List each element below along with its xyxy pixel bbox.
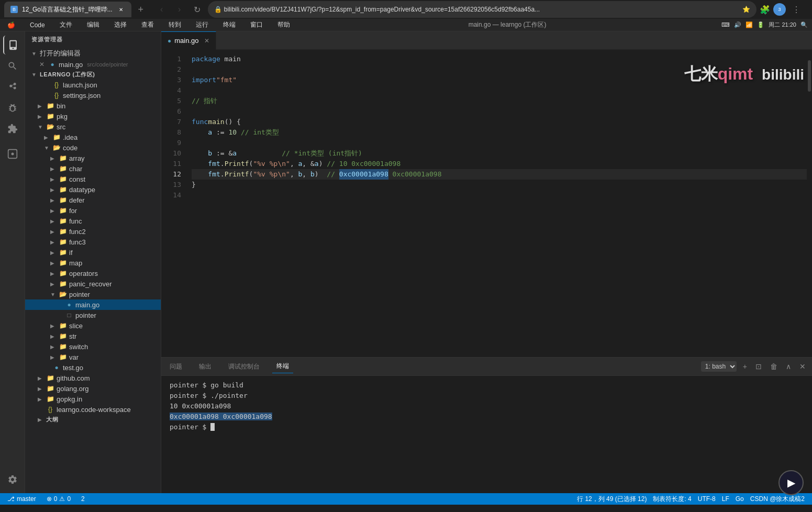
new-tab-button[interactable]: + bbox=[134, 2, 148, 17]
address-bar[interactable]: 🔒 bilibili.com/video/BV1ZJ411W7jG/?p=12&… bbox=[208, 1, 757, 18]
editor-scrollbar[interactable] bbox=[807, 50, 812, 357]
status-git[interactable]: ⎇ master bbox=[4, 495, 39, 503]
sidebar-item-const[interactable]: ▶ 📁 const bbox=[25, 174, 161, 184]
split-terminal-button[interactable]: ⊡ bbox=[753, 361, 764, 372]
sidebar-item-for[interactable]: ▶ 📁 for bbox=[25, 205, 161, 216]
sidebar-item-pointer-bin[interactable]: □ pointer bbox=[25, 310, 161, 320]
browser-tab-active[interactable]: B 12_Go语言基础之指针_哔哩哔... ✕ bbox=[4, 2, 131, 17]
status-language[interactable]: Go bbox=[732, 495, 747, 503]
activity-extensions[interactable] bbox=[3, 119, 22, 138]
sidebar-item-func[interactable]: ▶ 📁 func bbox=[25, 216, 161, 226]
status-line-ending[interactable]: LF bbox=[719, 495, 732, 503]
line-numbers: 12345 678910 11121314 bbox=[161, 50, 187, 357]
sidebar-item-bin[interactable]: ▶ 📁 bin bbox=[25, 101, 161, 111]
new-terminal-button[interactable]: + bbox=[741, 361, 749, 372]
sidebar-item-pkg[interactable]: ▶ 📁 pkg bbox=[25, 111, 161, 121]
apple-menu[interactable]: 🍎 bbox=[4, 20, 18, 30]
indent-text: 制表符长度: 4 bbox=[653, 495, 691, 504]
folder-open-icon: 📂 bbox=[52, 143, 61, 152]
sidebar-item-char[interactable]: ▶ 📁 char bbox=[25, 163, 161, 174]
close-panel-button[interactable]: ✕ bbox=[797, 361, 808, 372]
open-file-main[interactable]: ✕ ● main.go src/code/pointer bbox=[25, 59, 161, 70]
sidebar-item-main-go[interactable]: ● main.go bbox=[25, 299, 161, 310]
extensions-icon[interactable]: 🧩 bbox=[760, 5, 770, 15]
sidebar-item-pointer[interactable]: ▼ 📂 pointer bbox=[25, 289, 161, 299]
close-file-icon[interactable]: ✕ bbox=[38, 60, 46, 69]
sidebar-item-launch[interactable]: {} launch.json bbox=[25, 80, 161, 90]
scrollbar-thumb[interactable] bbox=[808, 60, 811, 92]
encoding-text: UTF-8 bbox=[698, 495, 716, 503]
tab-debug-console[interactable]: 调试控制台 bbox=[224, 360, 264, 373]
status-position[interactable]: 行 12，列 49 (已选择 12) bbox=[574, 495, 650, 504]
menu-edit[interactable]: 编辑 bbox=[84, 19, 103, 30]
menu-terminal[interactable]: 终端 bbox=[220, 19, 239, 30]
profile-button[interactable]: 3 bbox=[773, 3, 786, 16]
sidebar-item-workspace[interactable]: {} learngo.code-workspace bbox=[25, 404, 161, 415]
menu-run[interactable]: 运行 bbox=[193, 19, 212, 30]
delete-terminal-button[interactable]: 🗑 bbox=[768, 361, 780, 372]
activity-debug[interactable] bbox=[3, 98, 22, 117]
sidebar-item-panic[interactable]: ▶ 📁 panic_recover bbox=[25, 279, 161, 289]
sidebar-item-gopkg[interactable]: ▶ 📁 gopkg.in bbox=[25, 394, 161, 404]
sidebar-item-testgo[interactable]: ● test.go bbox=[25, 362, 161, 373]
sidebar-item-code[interactable]: ▼ 📂 code bbox=[25, 142, 161, 153]
editor-tab-main[interactable]: ● main.go ✕ bbox=[161, 31, 216, 50]
terminal-content[interactable]: pointer $ go build pointer $ ./pointer 1… bbox=[161, 376, 812, 493]
folder-icon: 📁 bbox=[59, 248, 67, 257]
menu-view[interactable]: 查看 bbox=[138, 19, 157, 30]
menu-selection[interactable]: 选择 bbox=[111, 19, 130, 30]
sidebar-item-slice[interactable]: ▶ 📁 slice bbox=[25, 320, 161, 331]
menu-code[interactable]: Code bbox=[27, 20, 48, 30]
workspace-label: LEARNGO (工作区) bbox=[40, 71, 95, 79]
more-options-button[interactable]: ⋮ bbox=[789, 2, 804, 17]
item-label: test.go bbox=[63, 364, 83, 372]
csdn-text: CSDN @徐木成槁2 bbox=[750, 495, 805, 504]
sidebar-item-src[interactable]: ▼ 📂 src bbox=[25, 121, 161, 132]
tab-close-button[interactable]: ✕ bbox=[117, 5, 125, 14]
status-indent[interactable]: 制表符长度: 4 bbox=[650, 495, 694, 504]
video-overlay-button[interactable]: ▶ bbox=[778, 470, 804, 495]
tab-output[interactable]: 输出 bbox=[195, 360, 216, 373]
activity-search[interactable] bbox=[3, 57, 22, 75]
sidebar-item-github[interactable]: ▶ 📁 github.com bbox=[25, 373, 161, 383]
menu-help[interactable]: 帮助 bbox=[274, 19, 293, 30]
menu-file[interactable]: 文件 bbox=[57, 19, 75, 30]
sidebar-item-func3[interactable]: ▶ 📁 func3 bbox=[25, 237, 161, 247]
sidebar-item-func2[interactable]: ▶ 📁 func2 bbox=[25, 226, 161, 237]
menu-window[interactable]: 窗口 bbox=[247, 19, 266, 30]
status-encoding[interactable]: UTF-8 bbox=[695, 495, 719, 503]
sidebar-item-outline[interactable]: ▶ 大纲 bbox=[25, 415, 161, 425]
editor-tab-close[interactable]: ✕ bbox=[204, 37, 209, 44]
sidebar-item-switch[interactable]: ▶ 📁 switch bbox=[25, 341, 161, 352]
sidebar-item-var[interactable]: ▶ 📁 var bbox=[25, 352, 161, 362]
activity-settings[interactable] bbox=[3, 470, 22, 489]
workspace-section[interactable]: ▼ LEARNGO (工作区) bbox=[25, 70, 161, 80]
sidebar-item-str[interactable]: ▶ 📁 str bbox=[25, 331, 161, 341]
sidebar-item-settings[interactable]: {} settings.json bbox=[25, 90, 161, 101]
forward-button[interactable]: › bbox=[172, 2, 187, 17]
activity-explorer[interactable] bbox=[3, 36, 22, 54]
sidebar-item-if[interactable]: ▶ 📁 if bbox=[25, 247, 161, 258]
shell-selector[interactable]: 1: bash bbox=[701, 361, 737, 372]
code-line-10: b := &a // *int类型 (int指针) bbox=[192, 148, 807, 159]
activity-source-control[interactable] bbox=[3, 77, 22, 96]
maximize-panel-button[interactable]: ∧ bbox=[784, 361, 793, 372]
warning-icon: ⚠ bbox=[59, 495, 65, 503]
sidebar-item-idea[interactable]: ▶ 📁 .idea bbox=[25, 132, 161, 142]
sidebar-item-golang[interactable]: ▶ 📁 golang.org bbox=[25, 383, 161, 394]
back-button[interactable]: ‹ bbox=[154, 2, 169, 17]
menu-goto[interactable]: 转到 bbox=[165, 19, 184, 30]
tab-terminal[interactable]: 终端 bbox=[272, 360, 293, 373]
sidebar-item-array[interactable]: ▶ 📁 array bbox=[25, 153, 161, 163]
tab-problems[interactable]: 问题 bbox=[165, 360, 186, 373]
sidebar-item-operators[interactable]: ▶ 📁 operators bbox=[25, 268, 161, 279]
reload-button[interactable]: ↻ bbox=[190, 2, 205, 17]
sidebar-item-defer[interactable]: ▶ 📁 defer bbox=[25, 195, 161, 205]
sidebar-item-map[interactable]: ▶ 📁 map bbox=[25, 258, 161, 268]
code-editor[interactable]: package main import "fmt" // 指针 func mai… bbox=[187, 50, 807, 357]
activity-remote[interactable] bbox=[3, 144, 22, 163]
open-editors-section[interactable]: ▼ 打开的编辑器 bbox=[25, 48, 161, 59]
sidebar-item-datatype[interactable]: ▶ 📁 datatype bbox=[25, 184, 161, 195]
status-errors[interactable]: ⊗ 0 ⚠ 0 bbox=[43, 495, 74, 503]
item-label: operators bbox=[69, 270, 98, 277]
